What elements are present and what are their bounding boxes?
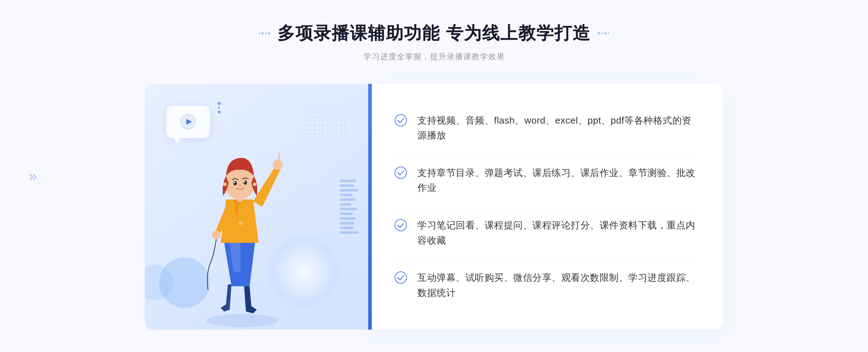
svg-point-7 <box>233 181 237 185</box>
illus-stripes <box>340 180 358 234</box>
check-icon-1 <box>394 114 407 127</box>
svg-point-4 <box>212 231 221 239</box>
svg-point-16 <box>395 219 407 231</box>
arrow-left-decoration: » <box>29 168 37 184</box>
svg-point-17 <box>395 272 407 283</box>
check-icon-3 <box>394 219 407 232</box>
feature-item-2: 支持章节目录、弹题考试、课后练习、课后作业、章节测验、批改作业 <box>394 158 698 203</box>
page-container: » 多项录播课辅助功能 专为线上教学打造 学习进度全掌握，提升录播课教学效果 <box>0 0 868 352</box>
feature-text-3: 学习笔记回看、课程提问、课程评论打分、课件资料下载，重点内容收藏 <box>417 218 698 248</box>
svg-point-11 <box>253 183 256 186</box>
feature-item-3: 学习笔记回看、课程提问、课程评论打分、课件资料下载，重点内容收藏 <box>394 210 698 255</box>
dots-decoration-left <box>43 47 87 90</box>
illustration-panel <box>145 84 369 330</box>
check-icon-2 <box>394 166 407 179</box>
dots-decoration-left-mid <box>65 173 123 224</box>
svg-point-12 <box>223 183 227 186</box>
svg-point-2 <box>206 314 278 327</box>
feature-text-4: 互动弹幕、试听购买、微信分享、观看次数限制、学习进度跟踪、数据统计 <box>417 270 698 300</box>
svg-point-13 <box>238 221 243 225</box>
svg-point-10 <box>244 181 245 183</box>
dots-decoration-right-top <box>760 47 796 83</box>
svg-point-15 <box>395 167 407 179</box>
accent-bar <box>368 84 372 330</box>
person-illustration <box>174 120 311 330</box>
feature-text-1: 支持视频、音频、flash、word、excel、ppt、pdf等各种格式的资源… <box>417 113 698 143</box>
check-icon-4 <box>394 271 407 284</box>
title-row: 多项录播课辅助功能 专为线上教学打造 <box>259 22 609 45</box>
feature-text-2: 支持章节目录、弹题考试、课后练习、课后作业、章节测验、批改作业 <box>417 166 698 196</box>
feature-item-1: 支持视频、音频、flash、word、excel、ppt、pdf等各种格式的资源… <box>394 106 698 150</box>
svg-point-14 <box>395 115 407 126</box>
title-decorator-left <box>259 32 270 34</box>
features-panel: 支持视频、音频、flash、word、excel、ppt、pdf等各种格式的资源… <box>369 84 723 330</box>
header-section: 多项录播课辅助功能 专为线上教学打造 学习进度全掌握，提升录播课教学效果 <box>259 22 609 62</box>
svg-point-3 <box>273 160 283 170</box>
title-decorator-right <box>598 32 609 34</box>
content-area: 支持视频、音频、flash、word、excel、ppt、pdf等各种格式的资源… <box>145 84 723 330</box>
svg-point-9 <box>243 180 247 185</box>
page-subtitle: 学习进度全掌握，提升录播课教学效果 <box>259 51 609 62</box>
svg-point-8 <box>234 182 235 183</box>
sparkle-decoration <box>218 102 221 113</box>
feature-item-4: 互动弹幕、试听购买、微信分享、观看次数限制、学习进度跟踪、数据统计 <box>394 263 698 308</box>
page-title: 多项录播课辅助功能 专为线上教学打造 <box>277 22 590 45</box>
